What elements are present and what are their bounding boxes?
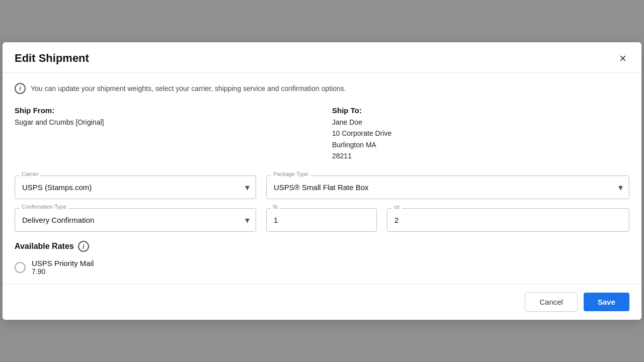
save-button[interactable]: Save	[584, 293, 629, 311]
package-type-select-wrapper[interactable]: USPS® Small Flat Rate BoxUSPS® Medium Fl…	[266, 175, 629, 199]
ship-to-name: Jane Doe	[332, 117, 629, 128]
edit-shipment-modal: Edit Shipment × i You can update your sh…	[3, 42, 641, 320]
weight-lb-input-wrapper	[266, 208, 377, 232]
cancel-button[interactable]: Cancel	[525, 292, 578, 312]
ship-from-label: Ship From:	[15, 106, 312, 115]
available-rates-section: Available Rates i USPS Priority Mail 7.9…	[15, 241, 629, 276]
ship-to-address1: 10 Corporate Drive	[332, 128, 629, 139]
modal-header: Edit Shipment ×	[3, 42, 641, 73]
ship-to-block: Ship To: Jane Doe 10 Corporate Drive Bur…	[332, 106, 629, 162]
modal-footer: Cancel Save	[3, 284, 641, 320]
modal-body: i You can update your shipment weights, …	[3, 73, 641, 284]
confirmation-weight-row: Confirmation Type Delivery ConfirmationS…	[15, 208, 629, 232]
package-type-label: Package Type	[271, 171, 310, 177]
ship-to-address2: Burlington MA	[332, 139, 629, 150]
weight-oz-label: oz	[392, 204, 402, 210]
rates-info-icon: i	[78, 241, 89, 252]
weight-lb-label: lb	[271, 204, 280, 210]
ship-to-label: Ship To:	[332, 106, 629, 115]
weight-oz-field: oz	[387, 208, 629, 232]
modal-title: Edit Shipment	[15, 52, 89, 65]
ship-from-block: Ship From: Sugar and Crumbs [Original]	[15, 106, 312, 162]
info-banner: i You can update your shipment weights, …	[15, 83, 629, 94]
address-row: Ship From: Sugar and Crumbs [Original] S…	[15, 106, 629, 162]
confirmation-field: Confirmation Type Delivery ConfirmationS…	[15, 208, 256, 232]
rate-radio-button[interactable]	[15, 262, 26, 273]
rate-item[interactable]: USPS Priority Mail 7.90	[15, 259, 629, 276]
carrier-field: Carrier USPS (Stamps.com)FedExUPS ▾	[15, 175, 256, 199]
rate-info: USPS Priority Mail 7.90	[32, 259, 94, 276]
carrier-select-wrapper[interactable]: USPS (Stamps.com)FedExUPS ▾	[15, 175, 256, 199]
rate-price: 7.90	[32, 267, 94, 276]
weight-lb-field: lb	[266, 208, 377, 232]
ship-to-zip: 28211	[332, 150, 629, 161]
confirmation-select-wrapper[interactable]: Delivery ConfirmationSignature Confirmat…	[15, 208, 256, 232]
carrier-package-row: Carrier USPS (Stamps.com)FedExUPS ▾ Pack…	[15, 175, 629, 199]
modal-overlay: Edit Shipment × i You can update your sh…	[0, 0, 644, 362]
info-icon: i	[15, 83, 26, 94]
weight-lb-input[interactable]	[267, 209, 376, 231]
package-type-select[interactable]: USPS® Small Flat Rate BoxUSPS® Medium Fl…	[267, 176, 629, 199]
rate-name: USPS Priority Mail	[32, 259, 94, 267]
ship-from-name: Sugar and Crumbs [Original]	[15, 117, 312, 128]
carrier-label: Carrier	[20, 171, 41, 177]
weight-oz-input-wrapper	[387, 208, 629, 232]
info-message: You can update your shipment weights, se…	[31, 84, 346, 93]
confirmation-label: Confirmation Type	[20, 204, 68, 210]
confirmation-select[interactable]: Delivery ConfirmationSignature Confirmat…	[15, 209, 256, 231]
carrier-select[interactable]: USPS (Stamps.com)FedExUPS	[15, 176, 256, 199]
close-button[interactable]: ×	[616, 51, 629, 65]
available-rates-title: Available Rates i	[15, 241, 629, 252]
available-rates-label: Available Rates	[15, 242, 74, 251]
package-type-field: Package Type USPS® Small Flat Rate BoxUS…	[266, 175, 629, 199]
weight-oz-input[interactable]	[387, 209, 629, 231]
